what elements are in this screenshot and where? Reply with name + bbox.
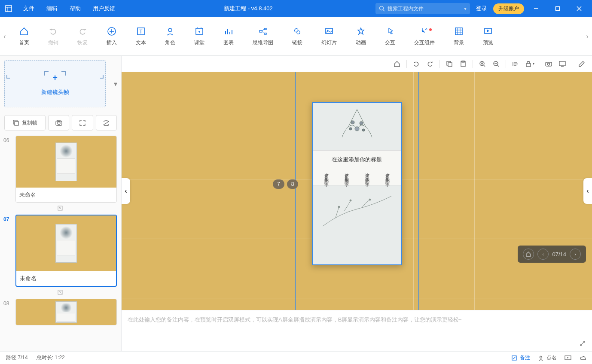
- ct-camera[interactable]: [543, 58, 555, 70]
- tb-animation[interactable]: 动画: [346, 26, 375, 46]
- tb-preview[interactable]: 预览: [473, 26, 503, 46]
- path-button[interactable]: [96, 115, 117, 130]
- tb-insert[interactable]: 插入: [97, 26, 126, 46]
- login-link[interactable]: 登录: [476, 5, 487, 12]
- svg-line-74: [580, 343, 583, 346]
- svg-point-70: [362, 129, 365, 131]
- status-rollcall-button[interactable]: 点名: [538, 354, 557, 361]
- svg-rect-29: [326, 28, 333, 33]
- notes-placeholder: 在此处输入您的备注内容，在预览时开启双屏模式，可以实现A屏全屏播放演示内容，B屏…: [128, 315, 586, 325]
- svg-point-42: [58, 122, 60, 124]
- ct-zoom-in[interactable]: [476, 58, 488, 70]
- tb-component[interactable]: 交互组件: [405, 26, 444, 46]
- status-present-button[interactable]: [565, 355, 571, 361]
- canvas-panel: ▾ 7 8 在这里添加你的标题: [122, 56, 592, 351]
- menu-file[interactable]: 文件: [17, 5, 40, 12]
- nav-prev-button[interactable]: ‹: [537, 249, 549, 260]
- branch-image: [313, 185, 401, 233]
- svg-point-72: [369, 199, 371, 200]
- tb-slide[interactable]: 幻灯片: [312, 26, 346, 46]
- path-icon: [102, 119, 110, 127]
- ct-zoom-out[interactable]: [490, 58, 502, 70]
- search-input[interactable]: 搜索工程内文件 ▾: [375, 3, 470, 14]
- notes-expand-button[interactable]: [579, 340, 586, 347]
- tb-class[interactable]: 课堂: [185, 26, 214, 46]
- window-title: 新建工程 - v4.8.402: [121, 5, 375, 12]
- tb-role[interactable]: 角色: [156, 26, 185, 46]
- thumb-08[interactable]: 08: [3, 299, 117, 325]
- ct-align[interactable]: [510, 58, 522, 70]
- camera-button[interactable]: [48, 115, 69, 130]
- tb-interact[interactable]: 交互: [375, 26, 405, 46]
- menu-edit[interactable]: 编辑: [40, 5, 64, 12]
- thumb-07[interactable]: 07 未命名: [3, 215, 117, 287]
- app-logo-icon: [0, 5, 17, 12]
- page-badge-7[interactable]: 7: [273, 179, 284, 189]
- svg-line-56: [497, 65, 499, 67]
- collapse-right-panel-button[interactable]: ‹: [583, 178, 592, 204]
- svg-point-3: [380, 6, 384, 10]
- slide-col-2[interactable]: 这里添加你的文字: [344, 170, 350, 180]
- slide-col-3[interactable]: 这里添加你的文字: [364, 170, 370, 180]
- svg-rect-6: [556, 7, 560, 11]
- tb-chart[interactable]: 图表: [214, 26, 243, 46]
- status-notes-button[interactable]: 备注: [511, 354, 530, 361]
- tb-redo[interactable]: 恢复: [68, 26, 97, 46]
- upgrade-button[interactable]: 升级账户: [493, 3, 524, 14]
- svg-text:T: T: [139, 29, 143, 35]
- tb-undo[interactable]: 撤销: [39, 26, 68, 46]
- svg-point-68: [355, 127, 359, 131]
- tb-home[interactable]: 首页: [9, 26, 39, 46]
- ct-paste[interactable]: [457, 58, 469, 70]
- svg-rect-24: [259, 30, 262, 32]
- toolbar-scroll-right[interactable]: ›: [583, 17, 592, 56]
- close-button[interactable]: [570, 0, 589, 17]
- nav-next-button[interactable]: ›: [570, 249, 581, 260]
- ct-home[interactable]: [391, 58, 403, 70]
- toolbar-scroll-left[interactable]: ‹: [0, 17, 9, 56]
- ct-screen[interactable]: [556, 58, 568, 70]
- svg-rect-33: [455, 28, 462, 35]
- titlebar: 文件 编辑 帮助 用户反馈 新建工程 - v4.8.402 搜索工程内文件 ▾ …: [0, 0, 592, 17]
- page-badge-8[interactable]: 8: [287, 179, 299, 189]
- slide-col-4[interactable]: 这里添加你的文字: [384, 170, 391, 180]
- svg-rect-26: [264, 33, 266, 34]
- ct-edit[interactable]: [576, 58, 588, 70]
- ct-copy[interactable]: [443, 58, 455, 70]
- slide-title[interactable]: 在这里添加你的标题: [316, 156, 398, 164]
- tb-background[interactable]: 背景: [444, 26, 473, 46]
- svg-line-28: [262, 31, 264, 33]
- thumb-06[interactable]: 06 未命名: [3, 136, 117, 203]
- tb-link[interactable]: 链接: [283, 26, 312, 46]
- svg-point-63: [548, 63, 550, 65]
- search-placeholder: 搜索工程内文件: [388, 5, 424, 12]
- fullscreen-button[interactable]: [72, 115, 93, 130]
- menu-feedback[interactable]: 用户反馈: [87, 5, 121, 12]
- new-frame-dropdown[interactable]: ▾: [110, 80, 121, 88]
- nav-page-indicator: 07/14: [552, 251, 566, 258]
- maximize-button[interactable]: [548, 0, 567, 17]
- svg-line-4: [383, 10, 385, 12]
- canvas-toolbar: ▾: [122, 56, 592, 72]
- toolbar: ‹ 首页 撤销 恢复 插入 T文本 角色 课堂 图表 思维导图 链接 幻灯片 动…: [0, 17, 592, 56]
- person-icon: [538, 355, 544, 361]
- status-cloud-button[interactable]: [579, 355, 586, 361]
- notes-panel[interactable]: 在此处输入您的备注内容，在预览时开启双屏模式，可以实现A屏全屏播放演示内容，B屏…: [122, 310, 592, 351]
- tb-mindmap[interactable]: 思维导图: [243, 26, 283, 46]
- svg-point-14: [168, 28, 172, 32]
- tb-text[interactable]: T文本: [126, 26, 156, 46]
- slide-col-1[interactable]: 这里添加你的文字: [323, 170, 329, 180]
- menu-help[interactable]: 帮助: [64, 5, 87, 12]
- ct-lock[interactable]: ▾: [523, 58, 535, 70]
- svg-line-53: [484, 65, 485, 67]
- minimize-button[interactable]: [527, 0, 546, 17]
- ct-rotate-right[interactable]: [424, 58, 436, 70]
- canvas[interactable]: 7 8 在这里添加你的标题 这里添加你的文字 这里添加你的文字 这里添加你的文字…: [122, 72, 592, 310]
- nav-home-button[interactable]: [523, 249, 534, 260]
- ct-rotate-left[interactable]: [410, 58, 422, 70]
- new-frame-button[interactable]: + 新建镜头帧: [4, 60, 106, 107]
- copy-frame-button[interactable]: 复制帧: [4, 115, 46, 130]
- chevron-down-icon[interactable]: ▾: [464, 6, 467, 12]
- slide-content[interactable]: 在这里添加你的标题 这里添加你的文字 这里添加你的文字 这里添加你的文字 这里添…: [312, 102, 402, 265]
- collapse-sidebar-button[interactable]: ‹: [122, 178, 130, 204]
